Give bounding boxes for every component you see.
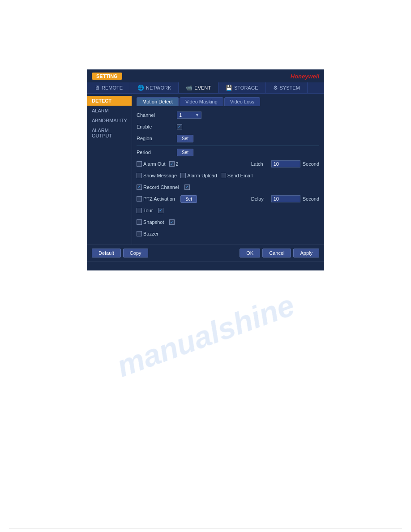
region-set-button[interactable]: Set xyxy=(177,135,193,142)
channel-row: Channel 1 ▼ xyxy=(137,111,319,120)
ptz-set-button[interactable]: Set xyxy=(180,195,197,203)
subtab-video-masking[interactable]: Video Masking xyxy=(180,97,223,106)
tour-row: Tour ✓ xyxy=(137,206,319,215)
record-channel-row: ✓ Record Channel ✓ xyxy=(137,183,319,192)
show-message-label: Show Message xyxy=(143,173,177,178)
region-row: Region Set xyxy=(137,134,319,143)
storage-icon: 💾 xyxy=(226,85,232,91)
enable-value: ✓ xyxy=(177,124,182,129)
copy-button[interactable]: Copy xyxy=(123,249,148,257)
sidebar-item-alarm-output[interactable]: ALARM OUTPUT xyxy=(87,125,132,141)
subtab-video-loss[interactable]: Video Loss xyxy=(224,97,260,106)
show-message-item: Show Message xyxy=(137,173,177,178)
sidebar-item-detect[interactable]: DETECT xyxy=(87,96,132,106)
system-icon: ⚙ xyxy=(273,85,278,91)
record-channel-label: Record Channel xyxy=(143,184,179,190)
delay-label: Delay xyxy=(251,196,269,202)
message-row: Show Message Alarm Upload Send Email xyxy=(137,171,319,180)
brand-name: Honeywell xyxy=(291,73,319,80)
tab-event[interactable]: 📹 EVENT xyxy=(179,82,218,93)
enable-row: Enable ✓ xyxy=(137,122,319,131)
status-bar xyxy=(87,261,324,270)
channel-value: 1 ▼ xyxy=(177,112,201,119)
page-container: SETTING Honeywell 🖥 REMOTE 🌐 NETWORK 📹 E… xyxy=(0,0,411,532)
bottom-rule xyxy=(9,528,402,528)
snapshot-item: Snapshot xyxy=(137,219,164,225)
sidebar-item-alarm[interactable]: ALARM xyxy=(87,106,132,116)
ptz-checkbox[interactable] xyxy=(137,196,142,202)
tour-value-checkbox[interactable]: ✓ xyxy=(158,208,163,213)
latch-label: Latch xyxy=(251,161,269,167)
tour-item: Tour xyxy=(137,208,153,213)
send-email-item: Send Email xyxy=(221,173,253,178)
alarm-out-label: Alarm Out xyxy=(143,161,166,167)
region-label: Region xyxy=(137,136,177,141)
show-message-checkbox[interactable] xyxy=(137,173,142,178)
sub-tabs: Motion Detect Video Masking Video Loss xyxy=(137,97,319,106)
main-content: DETECT ALARM ABNORMALITY ALARM OUTPUT Mo… xyxy=(87,94,324,245)
latch-unit: Second xyxy=(303,161,319,167)
snapshot-label: Snapshot xyxy=(143,219,164,225)
snapshot-checkbox[interactable] xyxy=(137,219,142,225)
enable-label: Enable xyxy=(137,124,177,129)
ptz-item: PTZ Activation xyxy=(137,196,175,202)
remote-icon: 🖥 xyxy=(94,85,100,91)
latch-input[interactable] xyxy=(271,160,300,167)
tab-network-label: NETWORK xyxy=(146,85,171,90)
tab-storage-label: STORAGE xyxy=(234,85,258,90)
buzzer-label: Buzzer xyxy=(143,231,158,236)
tab-system-label: SYSTEM xyxy=(280,85,300,90)
tab-remote[interactable]: 🖥 REMOTE xyxy=(87,82,130,93)
title-bar: SETTING Honeywell xyxy=(87,70,324,82)
subtab-motion-detect[interactable]: Motion Detect xyxy=(137,97,179,106)
record-channel-checkbox[interactable]: ✓ xyxy=(137,184,142,190)
setting-badge: SETTING xyxy=(92,73,122,80)
default-button[interactable]: Default xyxy=(92,249,121,257)
tour-checkbox[interactable] xyxy=(137,208,142,213)
tab-remote-label: REMOTE xyxy=(102,85,123,90)
alarm-upload-checkbox[interactable] xyxy=(180,173,186,178)
channel-dropdown-arrow: ▼ xyxy=(195,113,199,117)
record-channel-item: ✓ Record Channel xyxy=(137,184,179,190)
record-channel-value-checkbox[interactable]: ✓ xyxy=(184,184,190,190)
alarm-out-value: 2 xyxy=(176,161,179,167)
period-set-button[interactable]: Set xyxy=(177,149,193,156)
alarm-out-item: Alarm Out xyxy=(137,161,166,167)
cancel-button[interactable]: Cancel xyxy=(262,249,291,257)
buzzer-checkbox[interactable] xyxy=(137,231,142,236)
content-panel: Motion Detect Video Masking Video Loss C… xyxy=(132,94,324,245)
alarm-upload-label: Alarm Upload xyxy=(187,173,217,178)
bottom-left-buttons: Default Copy xyxy=(92,249,148,257)
sidebar-item-abnormality[interactable]: ABNORMALITY xyxy=(87,116,132,125)
watermark: manualshine xyxy=(112,287,299,383)
tab-system[interactable]: ⚙ SYSTEM xyxy=(266,82,308,93)
top-nav: 🖥 REMOTE 🌐 NETWORK 📹 EVENT 💾 STORAGE ⚙ S… xyxy=(87,82,324,94)
channel-label: Channel xyxy=(137,112,177,118)
send-email-checkbox[interactable] xyxy=(221,173,226,178)
alarm-out-value-checkbox[interactable]: ✓ xyxy=(169,161,175,167)
network-icon: 🌐 xyxy=(137,85,144,91)
period-label: Period xyxy=(137,150,177,155)
buzzer-row: Buzzer xyxy=(137,229,319,238)
period-value: Set xyxy=(177,149,193,156)
period-row: Period Set xyxy=(137,148,319,157)
sidebar: DETECT ALARM ABNORMALITY ALARM OUTPUT xyxy=(87,94,132,245)
divider-1 xyxy=(137,146,319,146)
ok-button[interactable]: OK xyxy=(240,249,260,257)
enable-checkbox[interactable]: ✓ xyxy=(177,124,182,129)
dvr-window: SETTING Honeywell 🖥 REMOTE 🌐 NETWORK 📹 E… xyxy=(87,69,324,270)
tab-storage[interactable]: 💾 STORAGE xyxy=(218,82,266,93)
snapshot-value-checkbox[interactable]: ✓ xyxy=(169,219,175,225)
apply-button[interactable]: Apply xyxy=(293,249,319,257)
buzzer-item: Buzzer xyxy=(137,231,158,236)
ptz-label: PTZ Activation xyxy=(143,196,175,202)
alarm-out-value-item: ✓ 2 xyxy=(169,161,179,167)
channel-dropdown[interactable]: 1 ▼ xyxy=(177,112,201,119)
bottom-bar: Default Copy OK Cancel Apply xyxy=(87,245,324,261)
delay-input[interactable] xyxy=(271,195,300,202)
tour-label: Tour xyxy=(143,208,153,213)
tab-network[interactable]: 🌐 NETWORK xyxy=(130,82,179,93)
alarm-out-checkbox[interactable] xyxy=(137,161,142,167)
tab-event-label: EVENT xyxy=(194,85,211,90)
snapshot-row: Snapshot ✓ xyxy=(137,218,319,227)
